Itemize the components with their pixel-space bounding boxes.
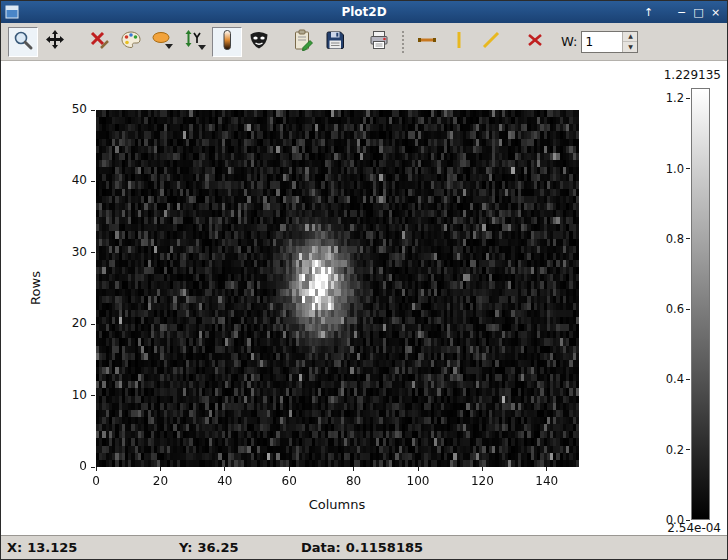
x-tick-label: 60 [274, 474, 304, 488]
y-tick-label: 50 [41, 102, 87, 116]
spin-arrows: ▲ ▼ [622, 32, 637, 52]
y-axis-arrows-icon [183, 29, 207, 54]
x-tick-mark [96, 467, 97, 471]
profile-horizontal-button[interactable] [412, 27, 442, 57]
mask-icon [248, 29, 270, 54]
brush-shape-button[interactable] [148, 27, 178, 57]
x-tick-label: 120 [467, 474, 497, 488]
y-tick-mark [91, 110, 95, 111]
colorbar-tick-mark [686, 238, 690, 239]
colorbar-tick-label: 0.0 [638, 513, 684, 527]
y-tick-mark [91, 181, 95, 182]
y-tick-mark [91, 467, 95, 468]
x-tick-label: 0 [81, 474, 111, 488]
magnifier-icon [12, 29, 34, 54]
x-tick-mark [224, 467, 225, 471]
plot2d-window: Plot2D ↑ − □ × [0, 0, 728, 560]
colorbar-toggle-button[interactable] [212, 27, 242, 57]
window-icon [5, 5, 19, 19]
titlebar[interactable]: Plot2D ↑ − □ × [1, 1, 727, 23]
colorbar-tick-label: 0.6 [638, 302, 684, 316]
x-tick-mark [353, 467, 354, 471]
y-axis-label: Rows [28, 271, 43, 305]
colorbar-tick-mark [686, 309, 690, 310]
statusbar: X:13.125 Y:36.25 Data:0.1158185 [1, 535, 727, 559]
x-tick-mark [160, 467, 161, 471]
colorbar-tick-mark [686, 98, 690, 99]
colorbar-tick-label: 0.8 [638, 232, 684, 246]
y-tick-label: 0 [41, 459, 87, 473]
y-tick-label: 30 [41, 245, 87, 259]
colorbar-tick-mark [686, 379, 690, 380]
mask-tools-button[interactable] [244, 27, 274, 57]
colorbar-tick-label: 1.2 [638, 91, 684, 105]
width-label: W: [561, 34, 577, 49]
minimize-button[interactable]: − [673, 4, 690, 21]
vertical-line-icon [448, 29, 470, 54]
floppy-disk-icon [324, 29, 346, 54]
ellipse-dropdown-icon [151, 29, 175, 54]
y-tick-mark [91, 324, 95, 325]
close-button[interactable]: × [707, 4, 724, 21]
colorbar-max-label: 1.229135 [664, 68, 721, 82]
x-tick-label: 80 [339, 474, 369, 488]
y-tick-label: 20 [41, 316, 87, 330]
colorbar-tick-mark [686, 168, 690, 169]
red-x-brush-icon [88, 29, 110, 54]
data-label: Data: [301, 540, 341, 555]
y-tick-label: 40 [41, 173, 87, 187]
colorbar-tick-mark [686, 520, 690, 521]
x-tick-label: 100 [403, 474, 433, 488]
y-tick-mark [91, 252, 95, 253]
shade-button[interactable]: ↑ [640, 4, 657, 21]
x-value: 13.125 [27, 540, 77, 555]
colorbar-tick-mark [686, 449, 690, 450]
x-label: X: [7, 540, 22, 555]
maximize-button[interactable]: □ [690, 4, 707, 21]
profile-width-control: W: ▲ ▼ [561, 31, 638, 53]
x-tick-label: 140 [532, 474, 562, 488]
colorbar-tick-label: 0.2 [638, 443, 684, 457]
spin-down-icon[interactable]: ▼ [623, 42, 637, 52]
cursor-data-readout: Data:0.1158185 [301, 540, 423, 555]
clear-reset-button[interactable] [84, 27, 114, 57]
profile-clear-button[interactable] [520, 27, 550, 57]
y-tick-mark [91, 395, 95, 396]
heatmap-canvas[interactable] [96, 110, 579, 467]
save-button[interactable] [320, 27, 350, 57]
zoom-mode-button[interactable] [8, 27, 38, 57]
print-button[interactable] [364, 27, 394, 57]
window-title: Plot2D [1, 5, 727, 19]
x-tick-mark [418, 467, 419, 471]
plot-panel: Columns Rows 1.229135 2.54e-04 020406080… [1, 61, 727, 535]
data-value: 0.1158185 [346, 540, 423, 555]
colorbar [691, 88, 710, 520]
y-tick-label: 10 [41, 388, 87, 402]
toolbar: W: ▲ ▼ [1, 23, 727, 61]
profile-vertical-button[interactable] [444, 27, 474, 57]
window-controls: ↑ − □ × [640, 4, 727, 21]
profile-free-line-button[interactable] [476, 27, 506, 57]
x-tick-mark [482, 467, 483, 471]
x-tick-label: 20 [145, 474, 175, 488]
x-axis-label: Columns [277, 497, 397, 512]
cursor-y-readout: Y:36.25 [179, 540, 239, 555]
x-tick-mark [289, 467, 290, 471]
y-value: 36.25 [197, 540, 238, 555]
y-axis-direction-button[interactable] [180, 27, 210, 57]
toolbar-separator [402, 31, 404, 53]
cursor-x-readout: X:13.125 [7, 540, 77, 555]
spin-up-icon[interactable]: ▲ [623, 32, 637, 43]
palette-icon [120, 29, 142, 54]
width-input[interactable] [582, 32, 622, 52]
colorbar-tick-label: 0.4 [638, 372, 684, 386]
x-tick-label: 40 [210, 474, 240, 488]
x-tick-mark [546, 467, 547, 471]
copy-clipboard-button[interactable] [288, 27, 318, 57]
pan-arrows-icon [44, 29, 66, 54]
colormap-button[interactable] [116, 27, 146, 57]
width-spinbox: ▲ ▼ [581, 31, 638, 53]
clipboard-pencil-icon [292, 29, 314, 54]
pan-mode-button[interactable] [40, 27, 70, 57]
printer-icon [368, 29, 390, 54]
